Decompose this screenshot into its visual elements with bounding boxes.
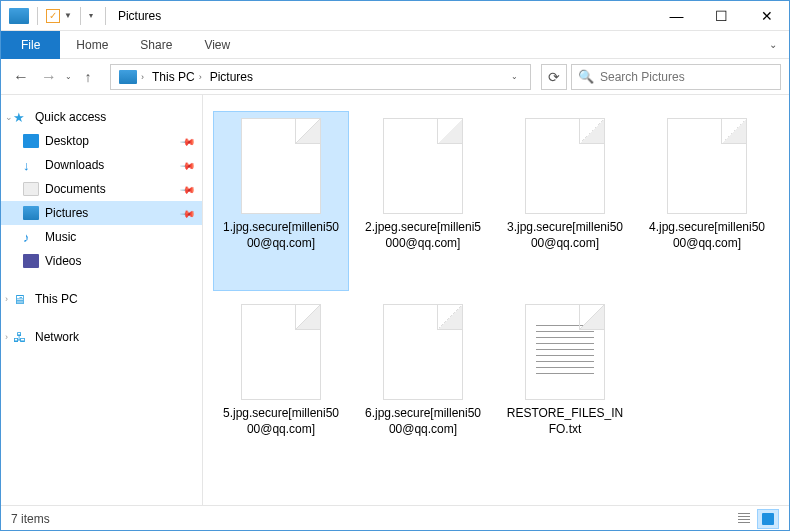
breadcrumb-this-pc[interactable]: This PC › — [148, 65, 206, 89]
tab-view[interactable]: View — [188, 31, 246, 59]
pin-icon: 📌 — [180, 133, 196, 149]
file-name: 1.jpg.secure[milleni5000@qq.com] — [218, 220, 344, 251]
network-icon: 🖧 — [13, 330, 29, 344]
view-details-button[interactable] — [733, 509, 755, 529]
chevron-down-icon[interactable]: ⌄ — [5, 112, 13, 122]
tab-share[interactable]: Share — [124, 31, 188, 59]
history-dropdown-icon[interactable]: ⌄ — [65, 72, 72, 81]
text-file-icon — [525, 304, 605, 400]
breadcrumb-label: Pictures — [210, 70, 253, 84]
breadcrumb-label: This PC — [152, 70, 195, 84]
generic-file-icon — [667, 118, 747, 214]
separator — [105, 7, 106, 25]
titlebar-left: ✓ ▼ ▾ Pictures — [1, 7, 161, 25]
address-bar[interactable]: › This PC › Pictures ⌄ — [110, 64, 531, 90]
pictures-icon — [23, 206, 39, 220]
close-button[interactable]: ✕ — [744, 1, 789, 31]
item-count: 7 items — [11, 512, 50, 526]
sidebar-item-music[interactable]: ♪ Music — [1, 225, 202, 249]
minimize-button[interactable]: — — [654, 1, 699, 31]
sidebar-item-label: Documents — [45, 182, 106, 196]
search-box[interactable]: 🔍 — [571, 64, 781, 90]
sidebar-item-desktop[interactable]: Desktop 📌 — [1, 129, 202, 153]
generic-file-icon — [241, 118, 321, 214]
back-button[interactable]: ← — [9, 65, 33, 89]
status-bar: 7 items — [1, 505, 789, 531]
file-name: 5.jpg.secure[milleni5000@qq.com] — [218, 406, 344, 437]
generic-file-icon — [383, 118, 463, 214]
window-title: Pictures — [118, 9, 161, 23]
separator — [37, 7, 38, 25]
ribbon: File Home Share View ⌄ — [1, 31, 789, 59]
file-item[interactable]: RESTORE_FILES_INFO.txt — [497, 297, 633, 477]
sidebar-item-label: Desktop — [45, 134, 89, 148]
file-name: 3.jpg.secure[milleni5000@qq.com] — [502, 220, 628, 251]
qat-properties-icon[interactable]: ✓ — [46, 9, 60, 23]
documents-icon — [23, 182, 39, 196]
sidebar-item-downloads[interactable]: Downloads 📌 — [1, 153, 202, 177]
sidebar-network[interactable]: › 🖧 Network — [1, 325, 202, 349]
main: ⌄ ★ Quick access Desktop 📌 Downloads 📌 D… — [1, 95, 789, 505]
titlebar: ✓ ▼ ▾ Pictures — ☐ ✕ — [1, 1, 789, 31]
file-item[interactable]: 4.jpg.secure[milleni5000@qq.com] — [639, 111, 775, 291]
view-toggles — [733, 509, 779, 529]
sidebar-item-label: Videos — [45, 254, 81, 268]
sidebar-item-label: This PC — [35, 292, 78, 306]
sidebar-this-pc-group: › 🖥 This PC — [1, 287, 202, 311]
qat-dropdown-icon[interactable]: ▼ — [64, 11, 72, 20]
music-icon: ♪ — [23, 230, 39, 244]
folder-app-icon — [9, 8, 29, 24]
sidebar-quick-access[interactable]: ⌄ ★ Quick access — [1, 105, 202, 129]
videos-icon — [23, 254, 39, 268]
file-item[interactable]: 5.jpg.secure[milleni5000@qq.com] — [213, 297, 349, 477]
up-button[interactable]: ↑ — [76, 65, 100, 89]
breadcrumb-pictures[interactable]: Pictures — [206, 65, 257, 89]
sidebar-item-label: Downloads — [45, 158, 104, 172]
sidebar-item-label: Quick access — [35, 110, 106, 124]
separator — [80, 7, 81, 25]
sidebar-item-label: Music — [45, 230, 76, 244]
view-large-icons-button[interactable] — [757, 509, 779, 529]
sidebar-network-group: › 🖧 Network — [1, 325, 202, 349]
chevron-right-icon[interactable]: › — [5, 294, 8, 304]
pin-icon: 📌 — [180, 157, 196, 173]
chevron-right-icon[interactable]: › — [5, 332, 8, 342]
generic-file-icon — [241, 304, 321, 400]
tab-home[interactable]: Home — [60, 31, 124, 59]
file-pane[interactable]: 1.jpg.secure[milleni5000@qq.com]2.jpeg.s… — [203, 95, 789, 505]
chevron-right-icon: › — [141, 72, 144, 82]
maximize-button[interactable]: ☐ — [699, 1, 744, 31]
sidebar-item-label: Network — [35, 330, 79, 344]
sidebar: ⌄ ★ Quick access Desktop 📌 Downloads 📌 D… — [1, 95, 203, 505]
file-item[interactable]: 2.jpeg.secure[milleni5000@qq.com] — [355, 111, 491, 291]
file-item[interactable]: 1.jpg.secure[milleni5000@qq.com] — [213, 111, 349, 291]
desktop-icon — [23, 134, 39, 148]
search-icon: 🔍 — [578, 69, 594, 84]
file-tab[interactable]: File — [1, 31, 60, 59]
sidebar-item-videos[interactable]: Videos — [1, 249, 202, 273]
breadcrumb-root[interactable]: › — [115, 65, 148, 89]
generic-file-icon — [525, 118, 605, 214]
window-controls: — ☐ ✕ — [654, 1, 789, 31]
file-name: RESTORE_FILES_INFO.txt — [502, 406, 628, 437]
pc-icon: 🖥 — [13, 292, 29, 306]
large-icons-view-icon — [762, 513, 774, 525]
address-dropdown-icon[interactable]: ⌄ — [503, 72, 526, 81]
sidebar-quick-access-group: ⌄ ★ Quick access Desktop 📌 Downloads 📌 D… — [1, 105, 202, 273]
file-item[interactable]: 3.jpg.secure[milleni5000@qq.com] — [497, 111, 633, 291]
file-item[interactable]: 6.jpg.secure[milleni5000@qq.com] — [355, 297, 491, 477]
sidebar-this-pc[interactable]: › 🖥 This PC — [1, 287, 202, 311]
generic-file-icon — [383, 304, 463, 400]
pictures-folder-icon — [119, 70, 137, 84]
ribbon-expand-icon[interactable]: ⌄ — [757, 39, 789, 50]
sidebar-item-documents[interactable]: Documents 📌 — [1, 177, 202, 201]
navbar: ← → ⌄ ↑ › This PC › Pictures ⌄ ⟳ 🔍 — [1, 59, 789, 95]
file-name: 4.jpg.secure[milleni5000@qq.com] — [644, 220, 770, 251]
sidebar-item-label: Pictures — [45, 206, 88, 220]
qat-customize-icon[interactable]: ▾ — [89, 11, 93, 20]
file-name: 2.jpeg.secure[milleni5000@qq.com] — [360, 220, 486, 251]
sidebar-item-pictures[interactable]: Pictures 📌 — [1, 201, 202, 225]
forward-button[interactable]: → — [37, 65, 61, 89]
search-input[interactable] — [600, 70, 774, 84]
refresh-button[interactable]: ⟳ — [541, 64, 567, 90]
